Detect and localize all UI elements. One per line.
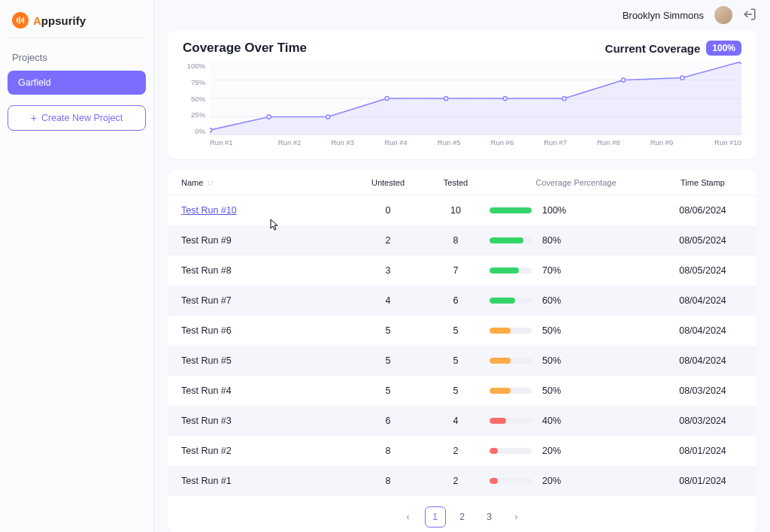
svg-point-17 [621, 78, 625, 82]
chart-ytick: 25% [183, 110, 205, 119]
col-header-coverage[interactable]: Coverage Percentage [490, 178, 662, 187]
table-row[interactable]: Test Run #10010100%08/06/2024 [168, 195, 756, 225]
col-header-timestamp[interactable]: Time Stamp [662, 178, 743, 187]
row-coverage: 20% [490, 446, 662, 456]
pagination-page-3[interactable]: 3 [479, 506, 500, 527]
create-project-label: Create New Project [41, 113, 123, 123]
row-tested: 7 [422, 265, 490, 276]
chart-xtick: Run #5 [423, 138, 476, 152]
progress-bar-fill [490, 207, 532, 213]
row-untested: 8 [354, 476, 422, 486]
row-name: Test Run #7 [181, 295, 354, 306]
sidebar-project-garfield[interactable]: Garfield [8, 71, 146, 95]
row-tested: 10 [422, 205, 490, 216]
row-timestamp: 08/06/2024 [662, 205, 743, 216]
progress-bar-fill [490, 358, 511, 364]
table-row[interactable]: Test Run #18220%08/01/2024 [168, 466, 756, 496]
row-timestamp: 08/01/2024 [662, 476, 743, 486]
create-project-button[interactable]: + Create New Project [8, 105, 146, 131]
table-row[interactable]: Test Run #28220%08/01/2024 [168, 436, 756, 466]
coverage-text: 80% [542, 235, 561, 246]
logo-text: Appsurify [33, 14, 86, 27]
row-timestamp: 08/04/2024 [662, 355, 743, 366]
table-row[interactable]: Test Run #36440%08/03/2024 [168, 406, 756, 436]
chart-xtick: Run #8 [582, 138, 635, 152]
coverage-text: 20% [542, 476, 561, 486]
progress-bar [490, 298, 532, 304]
row-timestamp: 08/05/2024 [662, 265, 743, 276]
chart-card: Coverage Over Time Current Coverage 100%… [168, 30, 756, 159]
pagination-page-2[interactable]: 2 [452, 506, 473, 527]
chart-xtick: Run #4 [369, 138, 423, 152]
row-tested: 4 [422, 416, 490, 426]
pagination-page-1[interactable]: 1 [425, 506, 446, 527]
col-header-name[interactable]: Name ↓↑ [181, 178, 354, 187]
logout-icon[interactable] [743, 8, 756, 23]
row-tested: 2 [422, 476, 490, 486]
svg-point-16 [562, 96, 566, 100]
row-untested: 3 [354, 265, 422, 276]
chart-xtick: Run #3 [316, 138, 369, 152]
svg-point-14 [444, 96, 448, 100]
row-coverage: 40% [490, 416, 662, 426]
progress-bar [490, 358, 532, 364]
chart-ytick: 0% [183, 127, 205, 135]
svg-rect-2 [21, 19, 23, 22]
row-tested: 6 [422, 295, 490, 306]
row-coverage: 50% [490, 325, 662, 336]
sidebar-section-label: Projects [8, 49, 146, 71]
coverage-text: 60% [542, 295, 561, 306]
chart-xtick: Run #9 [635, 138, 689, 152]
pagination-prev[interactable]: ‹ [398, 506, 419, 527]
progress-bar-fill [490, 388, 511, 394]
row-name: Test Run #4 [181, 385, 354, 396]
row-name[interactable]: Test Run #10 [181, 205, 354, 216]
table-row[interactable]: Test Run #74660%08/04/2024 [168, 286, 756, 316]
progress-bar [490, 478, 532, 484]
chart-ytick: 50% [183, 95, 205, 103]
progress-bar-fill [490, 478, 498, 484]
username[interactable]: Brooklyn Simmons [623, 10, 704, 21]
coverage-text: 40% [542, 416, 561, 426]
row-coverage: 50% [490, 385, 662, 396]
pagination-next[interactable]: › [506, 506, 527, 527]
row-tested: 5 [422, 325, 490, 336]
table-row[interactable]: Test Run #55550%08/04/2024 [168, 346, 756, 376]
chart-xtick: Run #7 [529, 138, 582, 152]
progress-bar-fill [490, 418, 506, 424]
row-untested: 4 [354, 295, 422, 306]
row-coverage: 50% [490, 355, 662, 366]
row-coverage: 60% [490, 295, 662, 306]
col-header-untested[interactable]: Untested [354, 178, 422, 187]
chart-xtick: Run #6 [476, 138, 529, 152]
row-tested: 2 [422, 446, 490, 456]
row-name: Test Run #3 [181, 416, 354, 426]
coverage-text: 70% [542, 265, 561, 276]
current-coverage-label: Current Coverage [605, 42, 701, 55]
avatar[interactable] [714, 6, 732, 24]
table-row[interactable]: Test Run #65550%08/04/2024 [168, 316, 756, 346]
logo[interactable]: Appsurify [8, 11, 146, 38]
coverage-text: 50% [542, 325, 561, 336]
topbar: Brooklyn Simmons [154, 0, 770, 30]
logo-icon [12, 12, 29, 29]
progress-bar [490, 268, 532, 274]
coverage-text: 100% [542, 205, 566, 216]
row-untested: 5 [354, 325, 422, 336]
table-row[interactable]: Test Run #45550%08/03/2024 [168, 376, 756, 406]
progress-bar [490, 448, 532, 454]
svg-point-13 [385, 96, 389, 100]
row-tested: 5 [422, 355, 490, 366]
row-name: Test Run #1 [181, 476, 354, 486]
row-untested: 8 [354, 446, 422, 456]
progress-bar-fill [490, 448, 498, 454]
table-row[interactable]: Test Run #83770%08/05/2024 [168, 255, 756, 286]
row-timestamp: 08/05/2024 [662, 235, 743, 246]
col-header-tested[interactable]: Tested [422, 178, 490, 187]
table-row[interactable]: Test Run #92880%08/05/2024 [168, 225, 756, 255]
progress-bar-fill [490, 298, 515, 304]
row-untested: 5 [354, 355, 422, 366]
progress-bar [490, 237, 532, 243]
chart-xtick: Run #2 [263, 138, 317, 152]
row-timestamp: 08/04/2024 [662, 325, 743, 336]
